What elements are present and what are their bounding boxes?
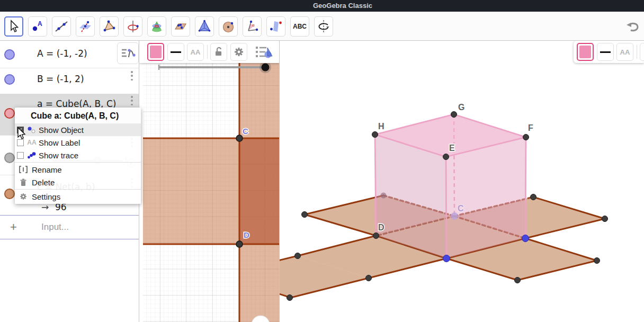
row-menu-a[interactable]: [129, 96, 135, 105]
undo-icon: [625, 21, 640, 33]
line-style-button-2d[interactable]: [167, 43, 184, 61]
settings-button-2d[interactable]: [230, 43, 247, 61]
point-G-3d[interactable]: [451, 112, 457, 118]
visibility-marble-B[interactable]: [4, 74, 15, 85]
move-cursor-icon: [7, 20, 21, 33]
graphics-2d-canvas[interactable]: C D: [143, 41, 280, 322]
add-icon[interactable]: +: [10, 220, 17, 234]
tool-line-button[interactable]: [52, 16, 71, 37]
clipped-stylebar-button[interactable]: [640, 43, 644, 61]
gear-icon: [18, 192, 29, 201]
point-label-D-2d: D: [244, 230, 249, 239]
visibility-marble-A[interactable]: [4, 49, 15, 60]
menu-item-show-trace[interactable]: Show trace: [15, 149, 141, 162]
point-label-H: H: [378, 122, 384, 131]
net-corner-point[interactable]: [302, 212, 308, 218]
net-corner-point[interactable]: [287, 295, 293, 301]
point-A-3d[interactable]: [443, 255, 450, 262]
visibility-marble-a[interactable]: [4, 108, 15, 119]
color-swatch-button-3d[interactable]: [577, 43, 594, 61]
algebra-input-row[interactable]: + Input...: [0, 215, 139, 239]
undo-button[interactable]: [625, 21, 640, 33]
point-H-3d[interactable]: [372, 132, 378, 138]
tool-polygon-button[interactable]: [100, 16, 119, 37]
net-corner-point[interactable]: [295, 253, 301, 259]
algebra-stylebar-button[interactable]: [117, 42, 139, 64]
tool-intersect-plane-line-button[interactable]: [76, 16, 95, 37]
view-options-button-2d[interactable]: [255, 44, 274, 61]
cube-faces-front[interactable]: [375, 114, 526, 258]
visibility-marble-c[interactable]: [4, 189, 15, 199]
menu-divider: [15, 162, 141, 163]
menu-item-label: Settings: [32, 192, 60, 201]
line-style-icon: [171, 51, 181, 53]
tool-angle-button[interactable]: α: [243, 16, 262, 37]
tool-pyramid-button[interactable]: [195, 16, 214, 37]
object-context-menu: Cube a: Cube(A, B, C) ✓ Show Object AA S…: [15, 108, 141, 204]
tool-point-button[interactable]: A: [28, 16, 47, 37]
circle-axis-icon: [126, 20, 140, 33]
net-center-square[interactable]: [239, 138, 280, 244]
tool-reflect-button[interactable]: [266, 16, 285, 37]
unlock-icon: [213, 46, 225, 58]
label-style-button-3d[interactable]: AA: [616, 43, 633, 61]
tool-plane-through-points-button[interactable]: [171, 16, 190, 37]
point-B-3d[interactable]: [522, 235, 529, 242]
point-D-3d[interactable]: [373, 233, 379, 239]
graphics-view-2d[interactable]: C D AA: [139, 41, 280, 322]
net-corner-point[interactable]: [594, 258, 600, 264]
cube-face-front-right[interactable]: [446, 137, 526, 258]
graphics-view-3d[interactable]: C: [280, 41, 644, 322]
plane-points-icon: [174, 20, 187, 33]
reflect-plane-icon: [269, 20, 283, 33]
visibility-marble-b[interactable]: [4, 153, 15, 163]
tool-text-button[interactable]: ABC: [290, 16, 309, 37]
tool-circle-with-axis-button[interactable]: [123, 16, 142, 37]
tool-intersect-surfaces-button[interactable]: [147, 16, 166, 37]
show-label-checkbox[interactable]: [17, 139, 24, 146]
stylebar-divider: [207, 45, 208, 59]
algebra-expression-A: A = (-1, -2): [37, 48, 87, 59]
point-label-F: F: [528, 123, 533, 132]
color-swatch-button-2d[interactable]: [147, 43, 164, 61]
menu-item-show-object[interactable]: ✓ Show Object: [15, 123, 141, 136]
trace-icon: [26, 151, 37, 159]
context-menu-title: Cube a: Cube(A, B, C): [15, 108, 141, 123]
rotate-view-icon: [317, 20, 330, 33]
tool-rotate-view-button[interactable]: [314, 16, 333, 37]
stylebar-divider: [637, 45, 637, 59]
show-trace-checkbox[interactable]: [17, 152, 24, 159]
point-F-3d[interactable]: [523, 135, 529, 140]
point-E-3d[interactable]: [443, 154, 449, 160]
net-corner-point[interactable]: [366, 275, 372, 281]
app-title: GeoGebra Classic: [21, 0, 644, 12]
tool-sphere-button[interactable]: [219, 16, 238, 37]
algebra-expression-B: B = (-1, 2): [37, 74, 84, 84]
lock-button-2d[interactable]: [210, 43, 227, 61]
label-style-button-2d[interactable]: AA: [187, 43, 204, 61]
tool-move-button[interactable]: [4, 16, 23, 37]
algebra-row-B[interactable]: B = (-1, 2): [0, 68, 139, 94]
menu-item-rename[interactable]: Rename: [15, 163, 141, 176]
graphics-3d-canvas[interactable]: C: [280, 41, 644, 322]
net-corner-point[interactable]: [602, 216, 608, 222]
net-corner-point[interactable]: [515, 278, 521, 283]
point-icon: A: [31, 20, 44, 33]
point-C-2d[interactable]: [236, 135, 243, 141]
cone-plane-icon: [150, 20, 164, 33]
point-D-2d[interactable]: [236, 241, 243, 247]
menu-item-show-label[interactable]: AA Show Label: [15, 136, 141, 149]
plane-line-icon: [78, 20, 92, 33]
line-style-icon: [600, 51, 611, 53]
row-menu-B[interactable]: [129, 71, 135, 80]
label-AA-icon: AA: [620, 48, 630, 56]
geogebra-window: GeoGebra Classic A: [0, 0, 644, 322]
line-style-button-3d[interactable]: [597, 43, 614, 61]
slider-handle-2d[interactable]: [262, 64, 270, 71]
menu-item-delete[interactable]: Delete: [15, 176, 141, 189]
net-corner-point[interactable]: [531, 194, 536, 200]
algebra-input-placeholder[interactable]: Input...: [41, 222, 69, 232]
label-AA-icon: AA: [26, 139, 37, 146]
svg-text:α: α: [252, 23, 255, 28]
menu-item-settings[interactable]: Settings: [15, 190, 141, 203]
